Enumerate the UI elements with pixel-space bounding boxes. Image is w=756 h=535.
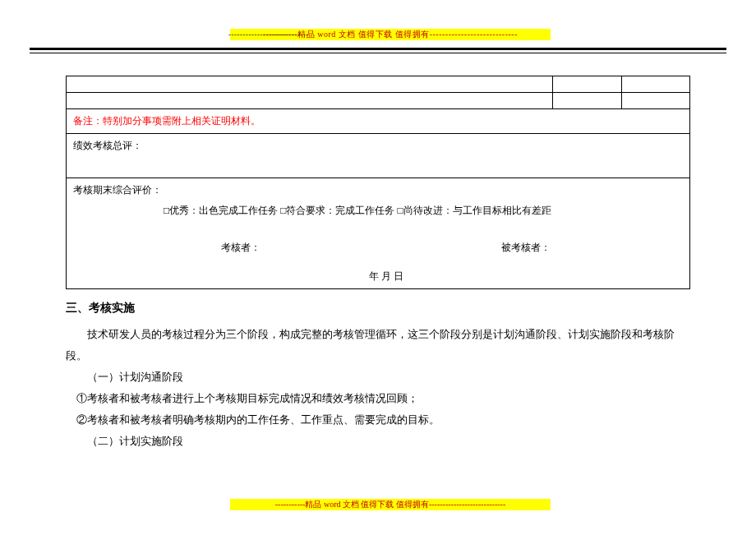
summary-row: 绩效考核总评： [67,134,690,178]
evaluation-table: 备注：特别加分事项需附上相关证明材料。 绩效考核总评： 考核期末综合评价： □优… [66,76,690,289]
eval-options: □优秀：出色完成工作任务 □符合要求：完成工作任务 □尚待改进：与工作目标相比有… [73,204,683,218]
reviewee-label: 被考核者： [501,241,551,255]
intro-paragraph: 技术研发人员的考核过程分为三个阶段，构成完整的考核管理循环，这三个阶段分别是计划… [66,324,690,367]
page-content: 备注：特别加分事项需附上相关证明材料。 绩效考核总评： 考核期末综合评价： □优… [66,76,690,452]
sub-heading-1: （一）计划沟通阶段 [87,367,690,388]
summary-label: 绩效考核总评： [67,134,690,178]
evaluation-row: 考核期末综合评价： □优秀：出色完成工作任务 □符合要求：完成工作任务 □尚待改… [67,178,690,289]
table-row [67,76,690,93]
section-title: 三、考核实施 [66,301,690,316]
signers-line: 考核者： 被考核者： [73,241,683,255]
divider-thin [30,53,726,53]
list-item-1: ①考核者和被考核者进行上个考核期目标完成情况和绩效考核情况回顾； [76,388,690,409]
header-banner: -----------精品 word 文档 值得下载 值得拥有---------… [230,29,551,40]
reviewer-label: 考核者： [221,241,260,255]
date-line: 年 月 日 [73,270,683,284]
eval-title: 考核期末综合评价： [73,183,683,197]
note-text: 备注：特别加分事项需附上相关证明材料。 [67,109,690,134]
note-row: 备注：特别加分事项需附上相关证明材料。 [67,109,690,134]
list-item-2: ②考核者和被考核者明确考核期内的工作任务、工作重点、需要完成的目标。 [76,409,690,431]
footer-banner: -----------精品 word 文档 值得下载 值得拥有---------… [230,499,551,510]
table-row [67,93,690,109]
header-banner-text: -----------精品 word 文档 值得下载 值得拥有---------… [263,30,518,39]
divider-thick [30,48,726,50]
sub-heading-2: （二）计划实施阶段 [87,431,690,452]
footer-banner-text: -----------精品 word 文档 值得下载 值得拥有---------… [275,500,505,509]
